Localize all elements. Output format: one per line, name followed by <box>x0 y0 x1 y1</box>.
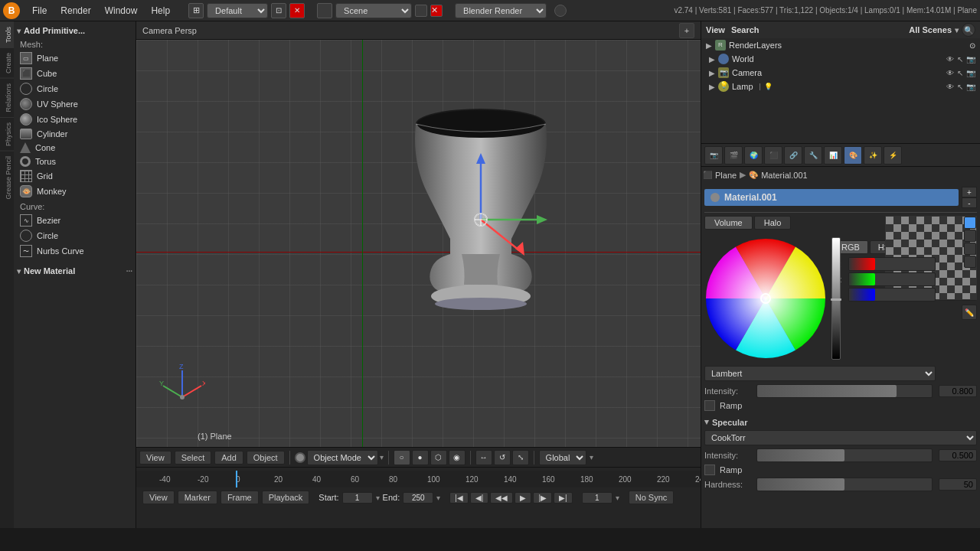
cylinder-item[interactable]: Cylinder <box>17 127 132 141</box>
wire-shade-btn[interactable]: ○ <box>394 450 410 465</box>
fullscreen-icon[interactable]: ⊡ <box>271 3 286 18</box>
play-btn[interactable]: ▶ <box>514 492 531 504</box>
physics-props-btn[interactable]: ⚡ <box>884 146 902 165</box>
object-menu-btn[interactable]: Object <box>247 451 285 465</box>
close-layout-icon[interactable]: ✕ <box>289 3 305 18</box>
current-frame-input[interactable] <box>582 492 612 504</box>
circle-item[interactable]: Circle <box>17 81 132 96</box>
preview-btn-4[interactable] <box>964 256 976 268</box>
color-wheel-wrapper[interactable] <box>704 237 827 360</box>
torus-item[interactable]: Torus <box>17 155 132 168</box>
play-reverse-btn[interactable]: ◀◀ <box>490 492 513 504</box>
nm-options[interactable]: ··· <box>126 267 132 276</box>
r-bar[interactable] <box>848 257 936 271</box>
viewport-canvas[interactable]: X Y Z (1) Plane <box>136 40 701 447</box>
world-item[interactable]: ▶ World 👁 ↖ 📷 <box>701 52 980 66</box>
preview-btn-1[interactable] <box>964 217 976 229</box>
cube-item[interactable]: ⬛ Cube <box>17 66 132 81</box>
render-menu[interactable]: Render <box>54 4 96 18</box>
ramp-checkbox[interactable] <box>704 400 715 411</box>
spec-shader-select[interactable]: CookTorr <box>704 430 977 445</box>
constraint-props-btn[interactable]: 🔗 <box>784 146 802 165</box>
engine-select[interactable]: Blender Render <box>455 3 547 18</box>
marker-btn[interactable]: Marker <box>178 491 217 504</box>
pivot-select[interactable]: Global <box>539 450 586 465</box>
no-sync-btn[interactable]: No Sync <box>629 491 675 504</box>
lamp-item[interactable]: ▶ 💡 Lamp | 💡 👁 ↖ 📷 <box>701 80 980 93</box>
hardness-bar[interactable] <box>756 478 933 491</box>
layout-select[interactable]: Default <box>207 3 268 18</box>
data-props-btn[interactable]: 📊 <box>824 146 842 165</box>
nurbs-item[interactable]: 〜 Nurbs Curve <box>17 243 132 259</box>
preview-btn-3[interactable] <box>964 243 976 255</box>
add-menu-btn[interactable]: Add <box>214 451 243 465</box>
material-props-btn[interactable]: 🎨 <box>844 146 862 165</box>
hardness-input[interactable] <box>939 478 977 491</box>
diffuse-shader-select[interactable]: Lambert <box>704 366 936 381</box>
view-menu-btn[interactable]: View <box>139 451 172 465</box>
start-frame-input[interactable] <box>342 492 373 504</box>
render-props-btn[interactable]: 📷 <box>704 146 723 165</box>
solid-shade-btn[interactable]: ● <box>412 450 429 465</box>
scene-select[interactable]: Scene <box>335 3 412 18</box>
grid-item[interactable]: Grid <box>17 168 132 184</box>
end-frame-input[interactable] <box>403 492 433 504</box>
help-menu[interactable]: Help <box>145 4 176 18</box>
jump-end-btn[interactable]: ▶| <box>554 492 573 504</box>
playback-btn[interactable]: Playback <box>262 491 310 504</box>
prev-keyframe-btn[interactable]: ◀| <box>470 492 489 504</box>
object-props-btn[interactable]: ⬛ <box>764 146 782 165</box>
frame-btn[interactable]: Frame <box>220 491 259 504</box>
intensity-bar[interactable] <box>756 384 933 398</box>
jump-start-btn[interactable]: |◀ <box>449 492 469 504</box>
modifier-props-btn[interactable]: 🔧 <box>804 146 822 165</box>
edit-color-btn[interactable]: ✏️ <box>962 305 977 320</box>
translate-btn[interactable]: ↔ <box>475 450 492 465</box>
scene-close-icon[interactable]: ✕ <box>430 5 443 17</box>
curve-circle-item[interactable]: Circle <box>17 228 132 243</box>
view-tab[interactable]: View <box>706 25 725 34</box>
remove-material-btn[interactable]: - <box>962 197 977 208</box>
search-tab[interactable]: Search <box>731 25 760 34</box>
volume-tab[interactable]: Volume <box>704 216 753 230</box>
icosphere-item[interactable]: Ico Sphere <box>17 112 132 127</box>
relations-tab[interactable]: Relations <box>0 78 14 117</box>
plane-item[interactable]: ▭ Plane <box>17 51 132 66</box>
preview-btn-2[interactable] <box>964 230 976 242</box>
world-props-btn[interactable]: 🌍 <box>744 146 763 165</box>
search-icon[interactable]: 🔍 <box>962 23 975 37</box>
halo-tab[interactable]: Halo <box>754 216 792 230</box>
maximize-icon[interactable]: + <box>679 23 694 38</box>
monkey-item[interactable]: 🐵 Monkey <box>17 184 132 199</box>
create-tab[interactable]: Create <box>0 47 14 78</box>
physics-tab[interactable]: Physics <box>0 117 14 151</box>
next-keyframe-btn[interactable]: |▶ <box>533 492 552 504</box>
spec-intensity-bar[interactable] <box>756 448 933 462</box>
tools-tab[interactable]: Tools <box>0 21 14 47</box>
scene-props-btn[interactable]: 🎬 <box>724 146 743 165</box>
view-btn[interactable]: View <box>142 491 175 504</box>
file-menu[interactable]: File <box>26 4 53 18</box>
select-menu-btn[interactable]: Select <box>175 451 212 465</box>
texture-shade-btn[interactable]: ⬡ <box>430 450 447 465</box>
spec-intensity-input[interactable] <box>939 449 977 461</box>
intensity-input[interactable] <box>939 385 977 397</box>
cone-item[interactable]: Cone <box>17 141 132 155</box>
add-material-btn[interactable]: + <box>962 187 977 197</box>
spec-ramp-checkbox[interactable] <box>704 465 715 475</box>
particle-props-btn[interactable]: ✨ <box>864 146 882 165</box>
uvsphere-item[interactable]: UV Sphere <box>17 96 132 112</box>
renderlayers-item[interactable]: ▶ R RenderLayers ⊙ <box>701 38 980 52</box>
bezier-item[interactable]: ∿ Bezier <box>17 213 132 228</box>
rotate-btn[interactable]: ↺ <box>494 450 511 465</box>
g-bar[interactable] <box>848 272 936 286</box>
scale-btn[interactable]: ⤡ <box>512 450 529 465</box>
b-bar[interactable] <box>848 288 936 302</box>
grease-pencil-tab[interactable]: Grease Pencil <box>0 151 14 204</box>
brightness-slider[interactable] <box>831 237 841 360</box>
renderlayers-expand: ▶ <box>706 41 712 50</box>
window-menu[interactable]: Window <box>99 4 144 18</box>
object-mode-select[interactable]: Object Mode <box>307 450 378 465</box>
camera-item[interactable]: ▶ 📷 Camera 👁 ↖ 📷 <box>701 66 980 80</box>
render-shade-btn[interactable]: ◉ <box>449 450 466 465</box>
